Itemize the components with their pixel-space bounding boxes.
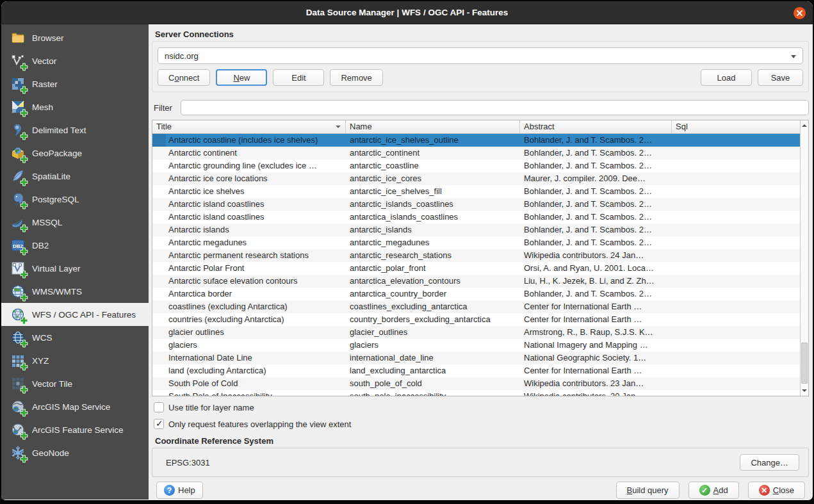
table-row[interactable]: Antarctic megadunesantarctic_megadunesBo…: [152, 236, 800, 249]
table-row[interactable]: Antarctic coastline (includes ice shelve…: [152, 134, 800, 147]
sidebar-item-mssql[interactable]: MSSQL: [1, 211, 149, 234]
sidebar-item-label: SpatiaLite: [32, 172, 70, 181]
table-row[interactable]: coastlines (excluding Antarctica)coastli…: [152, 300, 800, 313]
arcgis-feature-icon: [10, 421, 26, 438]
table-row[interactable]: Antarctic permanent research stationsant…: [152, 249, 800, 262]
sidebar-item-db2[interactable]: DB2DB2: [1, 234, 149, 257]
sidebar-item-wcs[interactable]: WCS: [1, 326, 149, 349]
sidebar-item-geopackage[interactable]: GeoPackage: [1, 142, 149, 165]
column-header-title[interactable]: Title: [152, 120, 346, 133]
add-layer-plus-icon: [20, 224, 28, 232]
cell-title: land (excluding Antarctica): [152, 364, 346, 377]
cell-name: antarctic_ice_shelves_fill: [346, 185, 520, 198]
cell-title: Antarctic island coastlines: [152, 211, 346, 224]
cell-title: Antarctic megadunes: [152, 236, 346, 249]
sidebar-item-raster[interactable]: Raster: [1, 72, 149, 95]
add-layer-plus-icon: [20, 293, 28, 302]
table-row[interactable]: glaciersglaciersNational Imagery and Map…: [152, 339, 800, 352]
sidebar-item-label: ArcGIS Feature Service: [32, 425, 124, 435]
table-row[interactable]: South Pole of Inaccessibilitysouth_pole_…: [152, 390, 800, 396]
cell-sql: [672, 134, 800, 147]
sidebar-item-wms-wmts[interactable]: WMS/WMTS: [1, 280, 149, 303]
table-row[interactable]: glacier outlinesglacier_outlinesArmstron…: [152, 326, 800, 339]
cell-title: Antarctic islands: [152, 224, 346, 236]
cell-abstract: Bohlander, J. and T. Scambos. 2…: [520, 147, 672, 159]
remove-button[interactable]: Remove: [330, 69, 382, 86]
sidebar-item-vector-tile[interactable]: Vector Tile: [1, 372, 149, 395]
table-row[interactable]: Antarctic continentantarctic_continentBo…: [152, 147, 800, 159]
table-row[interactable]: Antarctic ice shelvesantarctic_ice_shelv…: [152, 185, 800, 198]
close-button[interactable]: ✕Close: [748, 482, 805, 499]
table-row[interactable]: Antarctic island coastlinesantarctic_isl…: [152, 198, 800, 211]
table-row[interactable]: Antarctic islandsantarctic_islandsBohlan…: [152, 224, 800, 236]
cell-sql: [672, 288, 800, 300]
connection-select[interactable]: nsidc.org: [158, 47, 803, 64]
scroll-up-icon[interactable]: [801, 121, 808, 130]
cell-sql: [672, 313, 800, 326]
sidebar-item-postgresql[interactable]: PostgreSQL: [1, 188, 149, 211]
geonode-icon: [10, 444, 26, 461]
use-title-checkbox[interactable]: [154, 402, 164, 412]
titlebar[interactable]: Data Source Manager | WFS / OGC API - Fe…: [1, 1, 813, 24]
table-row[interactable]: countries (excluding Antarctica)country_…: [152, 313, 800, 326]
sidebar-item-vector[interactable]: Vector: [1, 49, 149, 72]
connect-button[interactable]: Connect: [158, 69, 210, 86]
sidebar-item-label: PostgreSQL: [32, 195, 79, 204]
cell-title: Antarctic ice core locations: [152, 172, 346, 185]
cell-title: Antarctic Polar Front: [152, 262, 346, 275]
cell-name: coastlines_excluding_antarctica: [346, 300, 520, 313]
sidebar-item-browser[interactable]: Browser: [1, 26, 149, 49]
db2-icon: DB2: [10, 237, 26, 254]
dialog-footer: ?Help Build query ✓Add ✕Close: [152, 482, 809, 499]
crs-change-button[interactable]: Change…: [740, 454, 799, 471]
table-row[interactable]: Antarctic Polar Frontantarctic_polar_fro…: [152, 262, 800, 275]
cell-title: glaciers: [152, 339, 346, 352]
overlap-only-checkbox[interactable]: [154, 419, 164, 429]
sidebar-item-virtual-layer[interactable]: Virtual Layer: [1, 257, 149, 280]
edit-button[interactable]: Edit: [273, 69, 324, 86]
column-header-name[interactable]: Name: [346, 120, 520, 133]
help-button[interactable]: ?Help: [156, 482, 203, 499]
table-row[interactable]: Antarctica borderantarctica_country_bord…: [152, 288, 800, 300]
scrollbar-thumb[interactable]: [801, 343, 808, 384]
add-button[interactable]: ✓Add: [688, 482, 739, 499]
column-header-abstract[interactable]: Abstract: [520, 120, 672, 133]
cell-title: Antarctic island coastlines: [152, 198, 346, 211]
load-button[interactable]: Load: [701, 69, 752, 86]
sidebar-item-arcgis-map-service[interactable]: ArcGIS Map Service: [1, 395, 149, 418]
mesh-icon: [10, 99, 26, 115]
source-type-sidebar: BrowserVectorRasterMeshDelimited TextGeo…: [1, 24, 149, 500]
table-row[interactable]: South Pole of Coldsouth_pole_of_coldWiki…: [152, 377, 800, 390]
table-row[interactable]: Antarctic island coastlinesantarctica_is…: [152, 211, 800, 224]
cell-title: Antarctic grounding line (excludes ice …: [152, 159, 346, 172]
cell-name: antarctic_research_stations: [346, 249, 520, 262]
cell-abstract: Bohlander, J. and T. Scambos. 2…: [520, 288, 672, 300]
build-query-button[interactable]: Build query: [616, 482, 680, 499]
sidebar-item-arcgis-feature-service[interactable]: ArcGIS Feature Service: [1, 418, 149, 441]
new-button[interactable]: New: [216, 69, 267, 86]
scroll-down-icon[interactable]: [801, 386, 808, 395]
table-scrollbar[interactable]: [800, 120, 808, 396]
sidebar-item-geonode[interactable]: GeoNode: [1, 441, 149, 464]
cell-name: antarctic_megadunes: [346, 236, 520, 249]
window-close-button[interactable]: [794, 7, 806, 19]
table-row[interactable]: Antarctic ice core locationsantarctic_ic…: [152, 172, 800, 185]
sidebar-item-mesh[interactable]: Mesh: [1, 95, 149, 118]
cell-name: south_pole_inaccessibility: [346, 390, 520, 396]
cell-abstract: Wikipedia contributors. 24 Jan…: [520, 249, 672, 262]
table-row[interactable]: International Date Lineinternational_dat…: [152, 352, 800, 364]
table-row[interactable]: land (excluding Antarctica)land_excludin…: [152, 364, 800, 377]
filter-input[interactable]: [181, 100, 809, 115]
cell-sql: [672, 172, 800, 185]
sidebar-item-delimited-text[interactable]: Delimited Text: [1, 118, 149, 142]
sidebar-item-spatialite[interactable]: SpatiaLite: [1, 165, 149, 188]
cell-sql: [672, 364, 800, 377]
table-row[interactable]: Antarctic grounding line (excludes ice ……: [152, 159, 800, 172]
column-header-sql[interactable]: Sql: [672, 120, 800, 133]
sidebar-item-wfs-ogc-api-features[interactable]: WFS / OGC API - Features: [1, 303, 149, 326]
sidebar-item-label: XYZ: [32, 356, 49, 366]
save-button[interactable]: Save: [758, 69, 803, 86]
table-row[interactable]: Antarctic suface elevation contoursantar…: [152, 275, 800, 288]
sidebar-item-xyz[interactable]: XYZ: [1, 349, 149, 372]
add-layer-plus-icon: [20, 109, 28, 117]
